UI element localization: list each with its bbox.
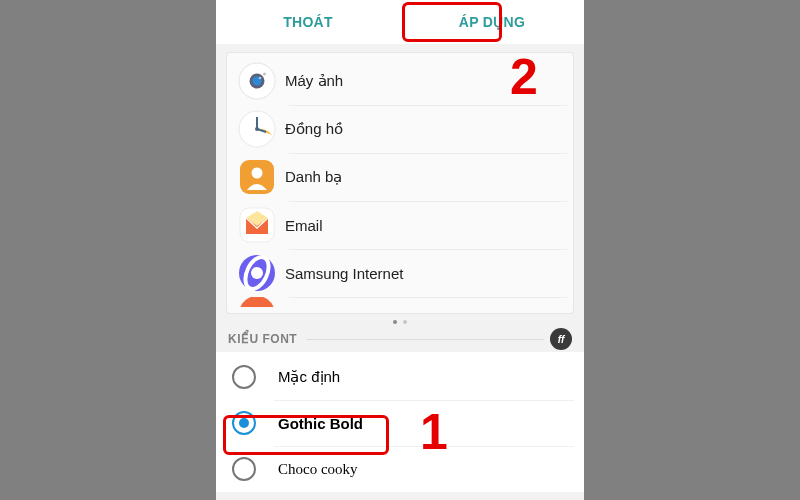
apply-button[interactable]: ÁP DỤNG: [400, 0, 584, 44]
app-row-clock[interactable]: Đồng hồ: [227, 105, 573, 153]
page-dot-2[interactable]: [403, 320, 407, 324]
font-section-title: KIỂU FONT: [228, 332, 297, 346]
exit-button[interactable]: THOÁT: [216, 0, 400, 44]
header-bar: THOÁT ÁP DỤNG: [216, 0, 584, 44]
clock-icon: [235, 107, 279, 151]
internet-icon: [235, 251, 279, 295]
app-label: Đồng hồ: [285, 120, 343, 138]
page-indicator: [216, 320, 584, 324]
email-icon: [235, 203, 279, 247]
radio-checked-icon: [232, 411, 256, 435]
svg-point-3: [259, 77, 262, 80]
svg-point-4: [263, 73, 266, 76]
ff-badge-text: ff: [558, 334, 564, 345]
page-dot-1[interactable]: [393, 320, 397, 324]
app-label: Samsung Internet: [285, 265, 403, 282]
divider-line: [307, 339, 544, 340]
svg-point-10: [252, 168, 263, 179]
app-row-internet[interactable]: Samsung Internet: [227, 249, 573, 297]
app-row-email[interactable]: Email: [227, 201, 573, 249]
font-option-choco-cooky[interactable]: Choco cooky: [216, 446, 584, 492]
app-row-contacts[interactable]: Danh bạ: [227, 153, 573, 201]
app-preview-card: Máy ảnh Đồng hồ: [226, 52, 574, 314]
font-section-header: KIỂU FONT ff: [228, 328, 572, 350]
font-option-default[interactable]: Mặc định: [216, 354, 584, 400]
apply-label: ÁP DỤNG: [459, 14, 525, 30]
app-row-camera[interactable]: Máy ảnh: [227, 57, 573, 105]
app-label: Danh bạ: [285, 168, 342, 186]
contacts-icon: [235, 155, 279, 199]
font-label: Choco cooky: [278, 461, 358, 478]
font-list: Mặc định Gothic Bold Choco cooky: [216, 352, 584, 492]
exit-label: THOÁT: [283, 14, 333, 30]
app-row-partial: [227, 297, 573, 307]
camera-icon: [235, 59, 279, 103]
radio-unchecked-icon: [232, 365, 256, 389]
font-option-gothic-bold[interactable]: Gothic Bold: [216, 400, 584, 446]
radio-unchecked-icon: [232, 457, 256, 481]
app-label: Email: [285, 217, 323, 234]
svg-point-8: [255, 127, 259, 131]
svg-point-14: [251, 267, 263, 279]
phone-frame: THOÁT ÁP DỤNG Máy ảnh: [216, 0, 584, 500]
font-label: Gothic Bold: [278, 415, 363, 432]
partial-icon: [235, 297, 279, 307]
font-label: Mặc định: [278, 368, 340, 386]
app-label: Máy ảnh: [285, 72, 343, 90]
font-store-icon[interactable]: ff: [550, 328, 572, 350]
